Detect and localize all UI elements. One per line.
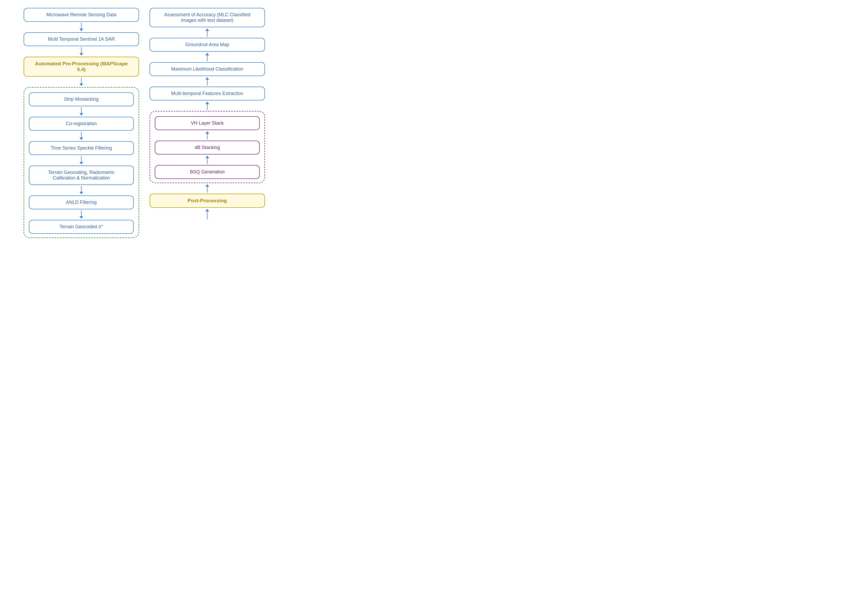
arrow-p2: [206, 156, 209, 164]
arrow-3: [80, 78, 83, 86]
left-column: Microwave Remote Sensing Data Multi Temp…: [24, 8, 139, 251]
microwave-remote-sensing-box: Microwave Remote Sensing Data: [24, 8, 139, 22]
strip-mosaicking-box: Strip Mosaicking: [29, 92, 134, 106]
assessment-accuracy-box: Assessment of Accuracy (MLC Classified i…: [149, 8, 265, 27]
arrow-2: [80, 47, 83, 56]
maximum-likelihood-box: Maximum Likelihood Classification: [149, 62, 265, 76]
preprocessing-steps-group: Strip Mosaicking Co-registration Time Se…: [24, 87, 139, 238]
terrain-geocoded-box: Terrain Geocoded σ°: [29, 220, 134, 234]
multi-temporal-features-box: Multi-temporal Features Extraction: [149, 86, 265, 101]
bsq-generation-box: BSQ Generation: [155, 165, 260, 179]
arrow-r2: [206, 53, 209, 61]
groundnut-area-map-box: Groundnut Area Map: [149, 38, 265, 52]
arrow-r-bottom: [206, 209, 209, 219]
arrow-inner-1: [80, 107, 83, 116]
arrow-r4: [206, 102, 209, 110]
arrow-r1: [206, 28, 209, 37]
arrow-r3: [206, 77, 209, 85]
arrow-inner-3: [80, 156, 83, 165]
main-layout: Microwave Remote Sensing Data Multi Temp…: [5, 8, 283, 251]
arrow-inner-4: [80, 186, 83, 195]
arrow-p1: [206, 131, 209, 140]
anld-filtering-box: ANLD Filtering: [29, 195, 134, 209]
terrain-geocoding-box: Terrain Geocoding, Radiometric Calibrati…: [29, 165, 134, 185]
right-column: Assessment of Accuracy (MLC Classified i…: [149, 8, 265, 220]
arrow-inner-2: [80, 132, 83, 140]
db-stacking-box: dB Stacking: [155, 141, 260, 154]
multi-temporal-sentinel-box: Multi Temporal Sentinel 1A SAR: [24, 32, 139, 46]
arrow-1: [80, 23, 83, 31]
time-series-speckle-box: Time Series Speckle Filtering: [29, 141, 134, 155]
arrow-r5: [206, 184, 209, 193]
automated-preprocessing-box: Automated Pre-Processing (MAPScape 5.4): [24, 57, 139, 77]
co-registration-box: Co-registration: [29, 117, 134, 130]
vh-layer-stack-box: VH Layer Stack: [155, 116, 260, 130]
post-processing-box: Post-Processing: [149, 193, 265, 208]
arrow-inner-5: [80, 211, 83, 219]
stacking-group: VH Layer Stack dB Stacking BSQ Generatio…: [149, 111, 265, 183]
